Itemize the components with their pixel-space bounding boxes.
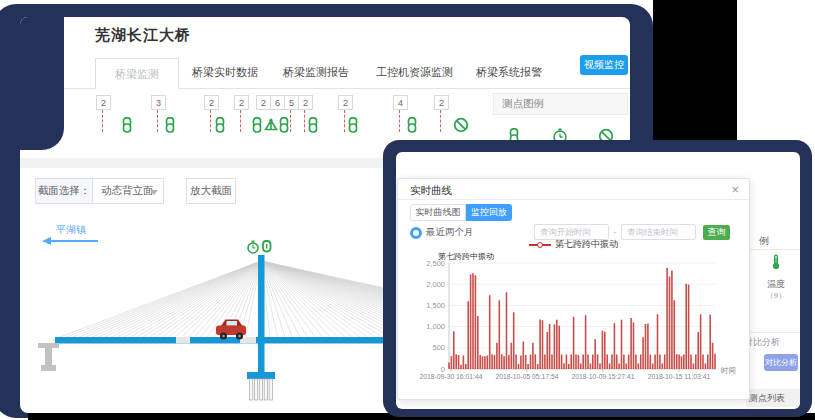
tab-monitor-playback[interactable]: 监控回放 [466, 204, 512, 221]
tab-realtime-curve[interactable]: 实时曲线图 [410, 204, 466, 221]
realtime-curve-dialog: 实时曲线 × 实时曲线图 监控回放 最近两个月 - 查询 第七跨跨中振动 第七跨… [397, 178, 750, 400]
video-monitoring-button[interactable]: 视频监控 [580, 55, 628, 75]
section-select-value: 动态背立面 [101, 184, 154, 198]
sensor-dash-line [440, 110, 441, 132]
bridge-piles [250, 379, 273, 400]
sensor-count-badge: 2 [256, 95, 271, 110]
sensor-dash-line [157, 110, 158, 132]
tower-top-gauge-icon[interactable] [248, 241, 258, 253]
sensor-dash-line [210, 110, 211, 132]
background-black-area [653, 0, 737, 145]
direction-arrow-icon [42, 237, 98, 245]
link-icon[interactable] [305, 117, 321, 133]
chart-text: 2,000 [426, 280, 445, 289]
chart-text: 2018-10-15 11:03:41 [648, 373, 711, 380]
sensor-count-badge: 3 [151, 95, 166, 110]
bridge-left-pier [38, 343, 59, 371]
frame-corner-block [20, 17, 64, 150]
sensor-dash-line [102, 110, 103, 132]
time-range-separator: - [610, 227, 620, 237]
sensor-dash-line [240, 110, 241, 132]
chart-text: 2,500 [426, 259, 445, 268]
compare-analysis-button[interactable]: 对比分析 [764, 354, 798, 371]
tab-bridge-monitoring[interactable]: 桥梁监测 [95, 58, 179, 89]
sensor-dash-line [399, 110, 400, 132]
sensor-count-badge: 2 [234, 95, 249, 110]
overlay-app-window: 例 温度 （9） 对比分析 对比分析 测点列表 实时曲线 × 实时曲线图 监控回… [396, 152, 800, 409]
chart-text: 500 [432, 343, 445, 352]
sensor-count-badge: 2 [338, 95, 353, 110]
link-icon[interactable] [345, 117, 361, 133]
thermometer-icon[interactable] [768, 254, 784, 270]
point-list-header: 测点列表 [746, 389, 800, 407]
link-icon[interactable] [162, 117, 178, 133]
page-title: 芜湖长江大桥 [95, 26, 191, 45]
legend-panel-header: 测点图例 [493, 93, 628, 115]
section-select-dropdown[interactable]: 动态背立面 [92, 178, 164, 204]
dialog-header: 实时曲线 × [398, 179, 749, 200]
sensor-dash-line [290, 110, 291, 132]
sensor-count-badge: 2 [204, 95, 219, 110]
vibration-chart: 第七跨跨中振动05001,0001,5002,0002,5002018-09-3… [398, 247, 751, 399]
chart-text: 1,000 [426, 322, 445, 331]
screenshot-stage: 芜湖长江大桥 桥梁监测 桥梁实时数据 桥梁监测报告 工控机资源监测 桥梁系统报警… [0, 0, 815, 420]
link-icon[interactable] [212, 117, 228, 133]
sensor-count-badge: 4 [393, 95, 408, 110]
tab-realtime-data[interactable]: 桥梁实时数据 [192, 65, 258, 80]
link-icon[interactable] [119, 117, 135, 133]
car [216, 320, 246, 340]
chevron-down-icon [150, 190, 158, 195]
chart-text: 2018-10-05 05:17:54 [495, 373, 558, 380]
dialog-title: 实时曲线 [410, 184, 452, 198]
panel-divider [746, 332, 800, 333]
section-select-label: 截面选择： [35, 178, 93, 204]
temperature-count: （9） [760, 290, 792, 301]
chart-series [449, 268, 715, 369]
chart-text: 时间 [721, 366, 736, 375]
sensor-count-badge: 2 [298, 95, 313, 110]
sensor-count-badge: 6 [270, 95, 285, 110]
zoom-section-button[interactable]: 放大截面 [186, 178, 236, 204]
chart-text: 2018-10-09 15:27:41 [571, 373, 634, 380]
tab-system-alarm[interactable]: 桥梁系统报警 [476, 65, 542, 80]
panel-divider [746, 249, 800, 250]
tab-ipc-resource-monitoring[interactable]: 工控机资源监测 [376, 65, 453, 80]
tab-monitoring-report[interactable]: 桥梁监测报告 [283, 65, 349, 80]
sensor-count-badge: 2 [96, 95, 111, 110]
chart-text: 2018-09-30 16:01:44 [419, 373, 482, 380]
sensor-count-badge: 2 [434, 95, 449, 110]
tower-top-link-icon[interactable] [263, 241, 271, 252]
link-icon[interactable] [404, 117, 420, 133]
legend-panel-title: 测点图例 [502, 97, 544, 111]
legend-marker-icon [529, 244, 551, 246]
panel-header-partial: 例 [759, 234, 769, 248]
ban-icon[interactable] [453, 117, 469, 133]
sensor-count-badge: 5 [284, 95, 299, 110]
chart-text: 第七跨跨中振动 [438, 252, 494, 261]
close-icon[interactable]: × [731, 182, 739, 197]
chart-text: 1,500 [426, 301, 445, 310]
